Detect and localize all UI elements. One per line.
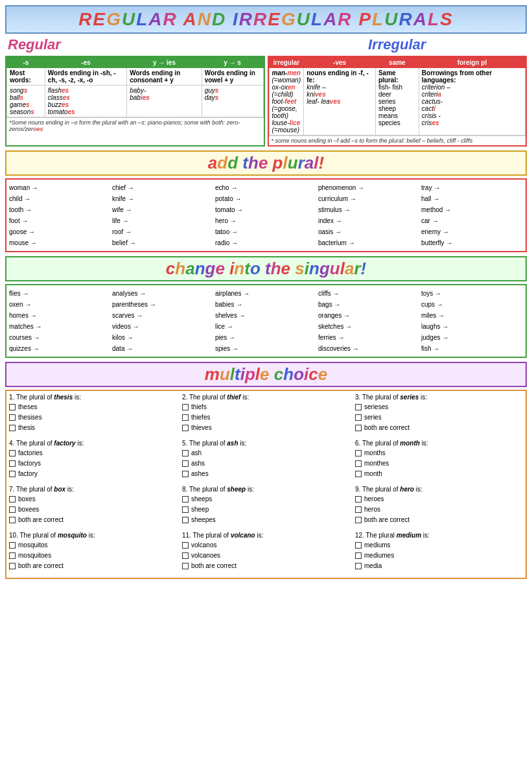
mc-checkbox[interactable] — [9, 414, 16, 421]
mc-checkbox[interactable] — [182, 552, 189, 559]
mc-checkbox[interactable] — [182, 471, 189, 477]
mc-question-label-11: 11. The plural of volcano is: — [182, 532, 350, 539]
sing-item: bags → — [318, 299, 420, 310]
add-col-1: woman → child → tooth → foot → goose → m… — [9, 182, 111, 248]
mc-checkbox[interactable] — [9, 506, 16, 513]
mc-checkbox[interactable] — [355, 471, 362, 477]
add-item: stimulus → — [318, 204, 420, 215]
mc-checkbox[interactable] — [355, 425, 362, 431]
add-item: index → — [318, 215, 420, 226]
examples-es: flashes classes buzzes tomatoes — [45, 86, 126, 117]
mc-option: sheeps — [182, 494, 350, 504]
mc-checkbox[interactable] — [182, 563, 189, 569]
mc-question-10: 10. The plural of mosquito is: mosquitos… — [9, 532, 177, 571]
mc-checkbox[interactable] — [182, 425, 189, 431]
mc-checkbox[interactable] — [9, 425, 16, 431]
sing-item: courses → — [9, 332, 111, 343]
mc-checkbox[interactable] — [182, 450, 189, 456]
sing-item: laughs → — [421, 321, 523, 332]
mc-checkbox[interactable] — [355, 450, 362, 456]
mc-checkbox[interactable] — [182, 517, 189, 523]
add-item: method → — [421, 204, 523, 215]
mc-checkbox[interactable] — [355, 404, 362, 410]
grammar-section: -s -es y → ies y → s Most words: Words e… — [5, 56, 527, 147]
mc-checkbox[interactable] — [355, 506, 362, 513]
mc-checkbox[interactable] — [9, 563, 16, 569]
mc-checkbox[interactable] — [355, 414, 362, 421]
mc-checkbox[interactable] — [182, 542, 189, 549]
mc-question-2: 2. The plural of thief is: thiefs thiefe… — [182, 394, 350, 433]
mc-question-4: 4. The plural of factory is: factories f… — [9, 440, 177, 479]
irregular-note: * some nouns ending in –f add –s to form… — [269, 136, 526, 145]
mc-checkbox[interactable] — [355, 460, 362, 467]
add-item: phenomenon → — [318, 182, 420, 193]
add-item: wife → — [112, 204, 214, 215]
mc-checkbox[interactable] — [355, 542, 362, 549]
regular-header: Regular — [5, 36, 268, 53]
mc-option: mediums — [355, 540, 523, 551]
mc-checkbox[interactable] — [9, 542, 16, 549]
add-col-5: tray → hall → method → car → enemy → but… — [421, 182, 523, 248]
sing-item: lice → — [215, 321, 317, 332]
col-s: -s — [7, 58, 45, 68]
sing-item: cliffs → — [318, 288, 420, 299]
mc-checkbox[interactable] — [182, 404, 189, 410]
mc-checkbox[interactable] — [355, 552, 362, 559]
mc-checkbox[interactable] — [182, 414, 189, 421]
sing-item: matches → — [9, 321, 111, 332]
add-item: echo → — [215, 182, 317, 193]
mc-option: both are correct — [355, 423, 523, 433]
mc-option: factory — [9, 469, 177, 479]
mc-question-label-9: 9. The plural of hero is: — [355, 486, 523, 493]
mc-checkbox[interactable] — [182, 496, 189, 503]
mc-checkbox[interactable] — [9, 552, 16, 559]
mc-question-8: 8. The plural of sheep is: sheeps sheep … — [182, 486, 350, 525]
mc-checkbox[interactable] — [9, 460, 16, 467]
add-col-4: phenomenon → curriculum → stimulus → ind… — [318, 182, 420, 248]
add-plural-exercise: woman → child → tooth → foot → goose → m… — [5, 178, 527, 252]
add-item: tomato → — [215, 204, 317, 215]
rule-y-s: Words ending in vowel + y — [202, 68, 263, 86]
rule-es: Words ending in -sh, -ch, -s, -z, -x, -o — [45, 68, 126, 86]
mc-checkbox[interactable] — [182, 460, 189, 467]
rule-y-ies: Words ending in consonant + y — [127, 68, 202, 86]
mc-option: media — [355, 561, 523, 571]
mc-question-12: 12. The plural medium is: mediums medium… — [355, 532, 523, 571]
regular-note: *Some nouns ending in –o form the plural… — [6, 117, 264, 134]
mc-checkbox[interactable] — [182, 506, 189, 513]
mc-option: heros — [355, 504, 523, 515]
sing-item: toys → — [421, 288, 523, 299]
mc-checkbox[interactable] — [9, 496, 16, 503]
sing-col-4: cliffs → bags → oranges → sketches → fer… — [318, 288, 420, 354]
mc-question-label-3: 3. The plural of series is: — [355, 394, 523, 401]
add-item: oasis → — [318, 226, 420, 237]
mc-checkbox[interactable] — [355, 563, 362, 569]
sing-item: babies → — [215, 299, 317, 310]
add-item: belief → — [112, 237, 214, 248]
add-item: knife → — [112, 193, 214, 204]
sing-item: spies → — [215, 343, 317, 354]
sing-item: videos → — [112, 321, 214, 332]
mc-checkbox[interactable] — [9, 471, 16, 477]
irr-same-examples: Same plural: fish- fish deer series shee… — [375, 68, 419, 136]
add-item: curriculum → — [318, 193, 420, 204]
mc-checkbox[interactable] — [9, 450, 16, 456]
sing-item: parentheses → — [112, 299, 214, 310]
mc-question-7: 7. The plural of box is: boxes boxees bo… — [9, 486, 177, 525]
add-item: chief → — [112, 182, 214, 193]
mc-checkbox[interactable] — [355, 496, 362, 503]
multiple-choice-box: 1. The plural of thesis is: theses thesi… — [5, 390, 527, 579]
sing-item: sketches → — [318, 321, 420, 332]
sing-item: scarves → — [112, 310, 214, 321]
sing-col-3: airplanes → babies → shelves → lice → pi… — [215, 288, 317, 354]
mc-checkbox[interactable] — [9, 517, 16, 523]
add-item: radio → — [215, 237, 317, 248]
mc-checkbox[interactable] — [9, 404, 16, 410]
add-item: butterfly → — [421, 237, 523, 248]
add-item: potato → — [215, 193, 317, 204]
examples-y-ies: baby-babies — [127, 86, 202, 117]
mc-checkbox[interactable] — [355, 517, 362, 523]
sing-col-2: analyses → parentheses → scarves → video… — [112, 288, 214, 354]
sing-item: shelves → — [215, 310, 317, 321]
mc-option: ash — [182, 448, 350, 458]
